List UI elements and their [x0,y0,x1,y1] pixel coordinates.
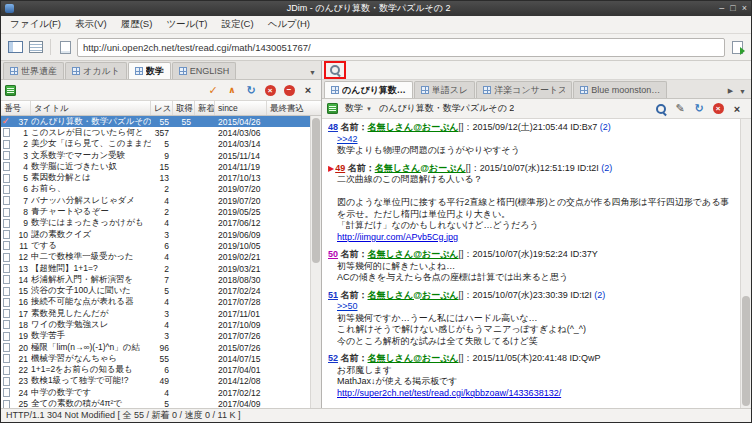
column-header[interactable]: 新着 [195,101,215,115]
column-header[interactable]: 最終書込 [267,101,321,115]
board-select[interactable]: 数学 ▼ [342,101,375,116]
thread-list-row[interactable]: 24中学の数学です42017/02/12 [1,387,310,398]
thread-list-row[interactable]: 17素数発見したんだが32017/11/01 [1,308,310,319]
thread-tab-scroll-icon[interactable]: ▶ [725,87,736,98]
post-author-link[interactable]: 名無しさん@おーぷん [368,249,459,259]
post-number-link[interactable]: 51 [328,290,338,300]
board-tab[interactable]: 数学 [128,62,171,79]
search-icon[interactable] [652,100,670,117]
menu-item[interactable]: ツール(T) [159,16,214,33]
stop-icon[interactable] [709,100,727,117]
post-id-count[interactable]: (2) [599,163,613,173]
column-header[interactable]: 番号 [1,101,31,115]
board-list-icon[interactable] [27,39,45,56]
url-link[interactable]: http://iimgur.com/APvb5Cg.jpg [337,232,458,242]
post-id[interactable]: ID:QwP [567,353,601,363]
post-author-link[interactable]: 名無しさん@おーぷん [368,353,459,363]
post-number-link[interactable]: 52 [328,353,338,363]
thread-list-row[interactable]: 4数学脳に近づきたい奴152014/11/19 [1,161,310,172]
board-tab[interactable]: 世界遺産 [3,62,64,79]
thread-list-row[interactable]: 5素因数分解とは132017/10/13 [1,172,310,183]
update-icon[interactable] [223,82,241,99]
maximize-icon[interactable]: □ [730,4,735,13]
thread-list-row[interactable]: 18ワイの数学勉強スレ42017/10/09 [1,319,310,330]
board-tab[interactable]: オカルト [65,62,127,79]
menu-item[interactable]: 履歴(S) [114,16,160,33]
stop-icon[interactable] [261,82,279,99]
post-number-link[interactable]: 48 [328,122,338,132]
url-input[interactable] [77,38,725,57]
post-id-count[interactable]: (2) [597,122,611,132]
open-url-icon[interactable] [728,39,746,56]
post-author-link[interactable]: 名無しさん@おーぷん [368,290,459,300]
thread-list-row[interactable]: 221+1=2をお前らの知る最も62017/04/01 [1,365,310,376]
post-id-count[interactable]: (2) [592,290,606,300]
post-author-link[interactable]: 名無しさん@おーぷん [368,122,459,132]
column-header[interactable]: since [215,101,267,115]
anchor-link[interactable]: >>50 [337,301,358,311]
thread-list-row[interactable]: 19数学苦手32017/07/26 [1,331,310,342]
column-header[interactable]: レス [151,101,173,115]
sidebar-toggle-icon[interactable] [6,39,24,56]
thread-list-row[interactable]: 16接続不可能な点が表れる器42017/07/28 [1,297,310,308]
thread-list-row[interactable]: 12中二で数検準一級受かった42019/02/21 [1,252,310,263]
write-icon[interactable] [671,100,689,117]
post-id[interactable]: ID:t2I [568,290,592,300]
board-scrollbar[interactable] [310,116,321,408]
menu-item[interactable]: 設定(C) [214,16,260,33]
minimize-icon[interactable]: – [719,4,724,13]
thread-list-row[interactable]: 3文系数学でマーカン受験92015/11/14 [1,150,310,161]
update-check-icon[interactable] [204,82,222,99]
thread-tab-icon [421,86,429,94]
thread-list-row[interactable]: 20極限「lim(n→∞)(-1)^n」の結962015/07/26 [1,342,310,353]
thread-list-row[interactable]: 1このスレが目についたら何と3572014/03/06 [1,127,310,138]
scrollbar-thumb[interactable] [312,118,320,263]
close-icon[interactable] [728,100,746,117]
thread-list-row[interactable]: 8青チャートやるぞー22019/05/25 [1,206,310,217]
menu-item[interactable]: ヘルプ(H) [261,16,317,33]
thread-list-row[interactable]: 10謎の素数クイズ32019/06/09 [1,229,310,240]
thread-list-row[interactable]: 11でする62019/10/05 [1,240,310,251]
thread-tab[interactable]: 単語スレ [414,81,475,98]
delete-icon[interactable] [280,82,298,99]
close-icon[interactable]: × [742,4,747,13]
board-tab[interactable]: ENGLISH [172,62,237,79]
url-link[interactable]: http://super2ch.net/test/read.cgi/kqbbzo… [337,388,561,398]
thread-list-row[interactable]: 23数検1級って独学で可能!?492014/12/08 [1,376,310,387]
board-tab-dropdown-icon[interactable]: ▼ [306,69,319,79]
thread-list-row[interactable]: 9数学にはまったきっかけがも42017/06/12 [1,218,310,229]
close-icon[interactable] [299,82,317,99]
post-id[interactable]: ID:t2I [575,163,599,173]
post-author-link[interactable]: 名無しさん@おーぷん [375,163,466,173]
thread-list-row[interactable]: 15渋谷の女子100人に聞いた52017/02/24 [1,285,310,296]
thread-list-row[interactable]: 21機械学習がなんちゃら552014/07/15 [1,353,310,364]
anchor-link[interactable]: >>42 [337,134,358,144]
post-id[interactable]: ID:Bx7 [568,122,598,132]
search-icon[interactable] [328,63,342,77]
thread-list-header[interactable]: 番号タイトルレス取得新着since最終書込 [1,101,321,116]
check-icon: ✓ [2,117,10,126]
thread-list-row[interactable]: ✓37のんびり算数・数学パズルその 255552015/04/26 [1,116,310,127]
post-number-link[interactable]: 49 [335,163,345,173]
thread-list-row[interactable]: 7バナッハ分解スレじゃダメ42019/07/20 [1,195,310,206]
thread-tab[interactable]: 洋楽コンサートスレ [476,81,572,98]
menu-item[interactable]: ファイル(F) [3,16,68,33]
thread-tab[interactable]: Blue moonston… [573,81,667,98]
column-header[interactable]: 取得 [173,101,195,115]
thread-list-row[interactable]: 25全ての素数の積が4π²で52017/04/09 [1,398,310,408]
post-id[interactable]: ID:37Y [568,249,598,259]
reload-icon[interactable] [242,82,260,99]
thread-tab[interactable]: のんびり算数… [324,81,413,98]
thread-tab-dropdown-icon[interactable]: ▼ [736,88,749,98]
scrollbar-thumb[interactable] [742,296,750,406]
menu-item[interactable]: 表示(V) [68,16,114,33]
thread-list-row[interactable]: 14杉浦解析入門・解析演習を72018/08/30 [1,274,310,285]
column-header[interactable]: タイトル [31,101,151,115]
thread-list-row[interactable]: 6お前ら、22019/07/20 [1,184,310,195]
thread-view-icon[interactable] [56,39,74,56]
post-number-link[interactable]: 50 [328,249,338,259]
thread-list-row[interactable]: 13【超難問】1+1=?22019/03/21 [1,263,310,274]
reload-icon[interactable] [690,100,708,117]
thread-scrollbar[interactable] [740,119,751,408]
thread-list-row[interactable]: 2美少女「ほら見て、このままだ52014/03/14 [1,139,310,150]
